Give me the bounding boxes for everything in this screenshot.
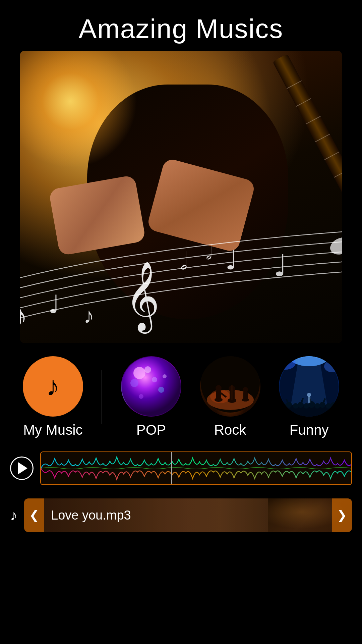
category-pop[interactable]: POP (121, 356, 181, 438)
svg-point-14 (130, 379, 138, 387)
svg-rect-53 (308, 396, 310, 403)
svg-point-46 (326, 403, 331, 409)
hero-image: 𝄞 ♪ ♩ ♪ 𝅗𝅥 𝅗𝅥 ♩ ♩ ♪ (20, 51, 342, 343)
separator-1 (102, 370, 102, 424)
file-name-container[interactable]: Love you.mp3 ❮ ❯ (24, 498, 352, 532)
rock-label: Rock (214, 422, 246, 438)
pop-circle (121, 356, 181, 417)
svg-point-47 (331, 402, 336, 408)
svg-point-52 (307, 393, 311, 397)
category-funny[interactable]: Funny (279, 356, 339, 438)
file-name-text: Love you.mp3 (24, 498, 352, 532)
svg-point-42 (304, 403, 309, 409)
waveform-section (0, 445, 362, 492)
svg-point-11 (133, 367, 145, 379)
svg-rect-30 (243, 391, 248, 401)
svg-point-10 (122, 357, 181, 416)
my-music-icon: ♪ (46, 371, 60, 402)
funny-circle (279, 356, 339, 417)
app-container: Amazing Musics (0, 0, 362, 644)
nav-arrow-right[interactable]: ❯ (332, 498, 352, 532)
svg-point-40 (293, 403, 298, 409)
waveform-playhead (171, 452, 172, 484)
category-rock[interactable]: Rock (200, 356, 260, 438)
rock-circle (200, 356, 260, 417)
guitar-string-6 (334, 169, 342, 178)
svg-point-17 (139, 394, 143, 399)
guitar-string-4 (315, 134, 330, 142)
waveform-container[interactable] (40, 451, 352, 485)
svg-point-12 (144, 366, 151, 373)
funny-label: Funny (290, 422, 329, 438)
file-bar: ♪ Love you.mp3 ❮ ❯ (0, 492, 362, 545)
guitar-background (20, 51, 342, 343)
guitar-string-5 (324, 152, 340, 160)
guitar-string-1 (287, 80, 302, 89)
nav-arrow-left[interactable]: ❮ (24, 498, 44, 532)
svg-rect-22 (216, 390, 221, 401)
nav-left-icon: ❮ (29, 508, 39, 522)
category-my-music[interactable]: ♪ My Music (23, 356, 83, 438)
pop-label: POP (136, 422, 166, 438)
play-button[interactable] (10, 457, 34, 480)
rock-concert-bg (200, 356, 260, 417)
category-section: ♪ My Music (0, 343, 362, 445)
app-title: Amazing Musics (72, 0, 290, 51)
pop-disco-svg (121, 356, 181, 417)
nav-right-icon: ❯ (337, 508, 347, 522)
my-music-label: My Music (23, 422, 82, 438)
rock-concert-svg (200, 356, 260, 413)
funny-concert-bg (279, 356, 339, 417)
waveform-svg (41, 452, 351, 484)
svg-point-38 (281, 403, 287, 409)
pop-disco-bg (121, 356, 181, 417)
svg-point-13 (152, 377, 157, 382)
svg-point-16 (158, 387, 164, 393)
svg-point-31 (243, 387, 248, 392)
funny-concert-svg (279, 356, 339, 417)
svg-point-23 (216, 385, 222, 391)
guitar-string-2 (296, 98, 311, 107)
my-music-circle: ♪ (23, 356, 83, 417)
svg-point-44 (315, 403, 320, 409)
file-name-value: Love you.mp3 (51, 508, 131, 523)
play-icon (18, 462, 27, 474)
music-icon-small: ♪ (10, 507, 17, 524)
svg-point-15 (163, 374, 167, 378)
guitar-string-3 (306, 116, 321, 124)
